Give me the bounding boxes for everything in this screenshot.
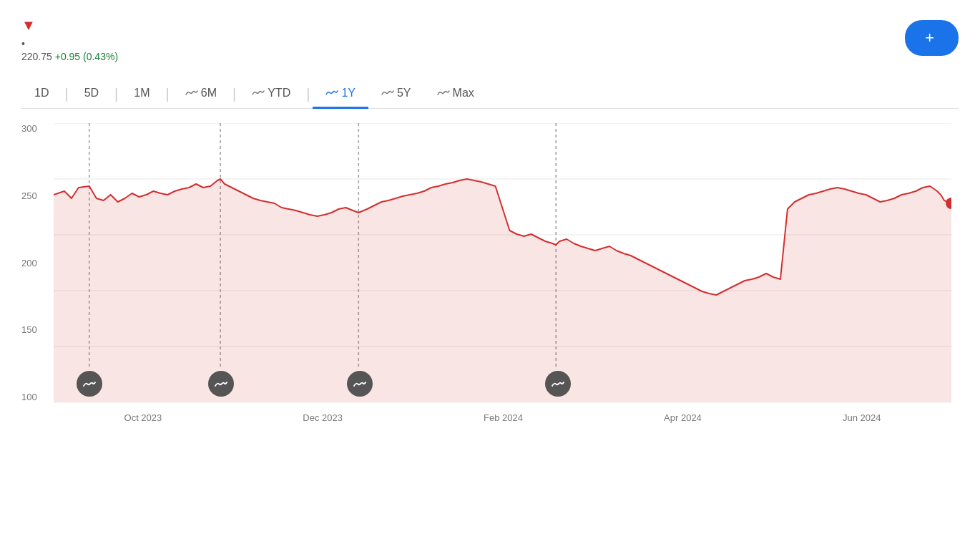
price-change: ▼ <box>21 17 118 34</box>
after-hours-price: 220.75 <box>21 51 55 62</box>
news-marker-1[interactable] <box>77 371 102 397</box>
news-marker-4[interactable] <box>545 371 571 397</box>
chart-wave-icon <box>185 87 198 100</box>
tab-5y[interactable]: 5Y <box>368 79 424 109</box>
x-label-apr: Apr 2024 <box>664 412 702 423</box>
tab-ytd[interactable]: YTD <box>239 79 303 109</box>
y-label-300: 300 <box>21 123 50 134</box>
header-section: ▼ • 220.75 +0.95 (0.43%) + <box>21 14 959 62</box>
closed-info: • <box>21 38 118 49</box>
tab-separator: | <box>230 86 239 102</box>
y-label-150: 150 <box>21 324 50 335</box>
price-section: ▼ • 220.75 +0.95 (0.43%) <box>21 14 118 62</box>
tab-label: Max <box>453 87 474 100</box>
tab-separator: | <box>163 86 172 102</box>
chart-wave-icon <box>252 87 265 100</box>
chart-wave-icon <box>325 87 338 100</box>
after-hours-row: 220.75 +0.95 (0.43%) <box>21 51 118 62</box>
chart-wave-icon <box>437 87 450 100</box>
x-label-feb: Feb 2024 <box>484 412 523 423</box>
y-label-100: 100 <box>21 392 50 402</box>
after-hours-change: +0.95 (0.43%) <box>55 51 118 62</box>
tab-label: 5D <box>84 87 99 100</box>
tab-label: 1D <box>34 87 49 100</box>
news-marker-2[interactable] <box>208 371 234 397</box>
tab-label: 1M <box>134 87 150 100</box>
chart-area <box>54 123 951 402</box>
news-marker-3[interactable] <box>347 371 373 397</box>
tab-5d[interactable]: 5D <box>72 79 112 109</box>
chart-container: 300 250 200 150 100 Oct 2023 Dec 2023 Fe… <box>21 123 959 431</box>
y-label-200: 200 <box>21 258 50 268</box>
follow-button[interactable]: + <box>905 20 959 56</box>
tabs-row: 1D|5D|1M|6M|YTD|1Y5YMax <box>21 79 959 109</box>
y-axis-labels: 300 250 200 150 100 <box>21 123 50 402</box>
separator: • <box>21 38 25 49</box>
tab-label: 6M <box>201 87 217 100</box>
tab-max[interactable]: Max <box>424 79 487 109</box>
down-arrow-icon: ▼ <box>21 17 36 33</box>
x-label-jun: Jun 2024 <box>843 412 881 423</box>
tab-separator: | <box>303 86 313 102</box>
tab-1m[interactable]: 1M <box>121 79 162 109</box>
tab-label: 5Y <box>397 87 411 100</box>
right-section: + <box>905 14 959 56</box>
tab-1d[interactable]: 1D <box>21 79 62 109</box>
plus-icon: + <box>925 29 934 47</box>
tab-separator: | <box>62 86 71 102</box>
x-label-oct: Oct 2023 <box>124 412 162 423</box>
x-label-dec: Dec 2023 <box>303 412 343 423</box>
tab-separator: | <box>112 86 121 102</box>
x-axis-labels: Oct 2023 Dec 2023 Feb 2024 Apr 2024 Jun … <box>54 404 951 431</box>
tab-6m[interactable]: 6M <box>172 79 230 109</box>
y-label-250: 250 <box>21 190 50 201</box>
tab-label: YTD <box>268 87 290 100</box>
chart-wave-icon <box>381 87 394 100</box>
tab-label: 1Y <box>341 87 356 100</box>
tab-1y[interactable]: 1Y <box>313 79 368 109</box>
